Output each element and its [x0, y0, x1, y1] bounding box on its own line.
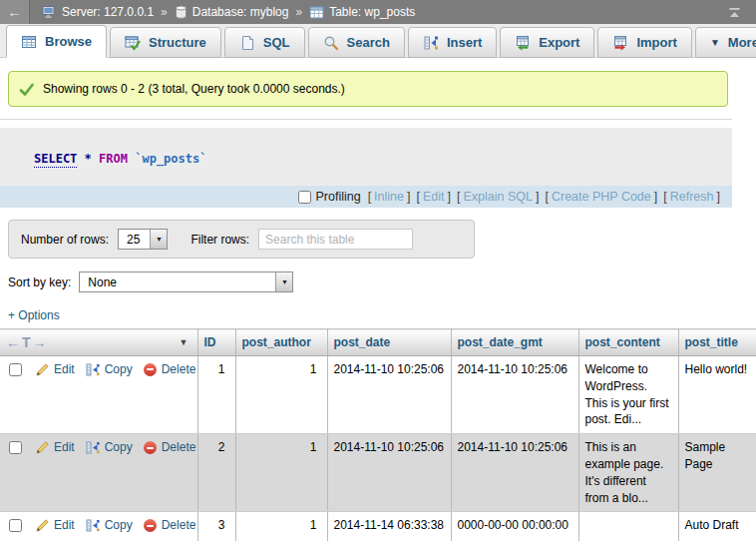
pencil-icon [36, 519, 49, 532]
column-header-post-title[interactable]: post_title [678, 329, 756, 356]
import-icon [612, 35, 628, 51]
breadcrumb-table-label: Table: wp_posts [329, 5, 415, 19]
collapse-panel-icon[interactable] [727, 5, 742, 20]
edit-link[interactable]: Edit [54, 361, 75, 378]
copy-link[interactable]: Copy [105, 361, 133, 378]
sql-icon [239, 35, 255, 51]
copy-link[interactable]: Copy [105, 517, 133, 534]
sort-label: Sort by key: [8, 275, 71, 289]
back-button[interactable]: ← [0, 0, 30, 24]
row-checkbox[interactable] [9, 363, 22, 376]
cell-post-date: 2014-11-14 06:33:38 [327, 512, 451, 541]
row-checkbox[interactable] [9, 441, 22, 454]
structure-icon [125, 35, 141, 51]
refresh-link[interactable]: Refresh [670, 190, 714, 204]
cell-post-author: 1 [235, 356, 327, 434]
server-icon [42, 5, 57, 19]
sort-descending-icon[interactable]: ▼ [180, 337, 189, 347]
inline-link[interactable]: Inline [374, 190, 404, 204]
breadcrumb-server[interactable]: Server: 127.0.0.1 [42, 5, 154, 19]
column-header-post-author[interactable]: post_author [235, 329, 327, 356]
cell-post-author: 1 [235, 512, 327, 541]
tab-insert[interactable]: Insert [408, 27, 497, 58]
copy-icon [86, 519, 100, 532]
breadcrumb-bar: ← Server: 127.0.0.1 » Database: myblog »… [0, 0, 756, 24]
sort-select-value: None [80, 272, 275, 291]
tab-browse[interactable]: Browse [6, 25, 107, 58]
back-arrow-icon: ← [8, 4, 22, 20]
copy-icon [86, 441, 100, 454]
table-row: Edit Copy Delete 3 1 2014-11-14 06:33:38… [0, 512, 756, 541]
cell-post-date: 2014-11-10 10:25:06 [327, 434, 451, 512]
breadcrumb: Server: 127.0.0.1 » Database: myblog » T… [42, 5, 727, 19]
sql-keyword-from: FROM [99, 152, 128, 166]
rows-select[interactable]: 25 ▼ [118, 229, 168, 250]
cell-post-content: This is an example page. It's different … [578, 434, 678, 512]
chevron-down-icon: ▼ [150, 230, 167, 249]
table-row: Edit Copy Delete 1 1 2014-11-10 10:25:06… [0, 356, 756, 434]
pencil-icon [36, 363, 49, 376]
tab-more[interactable]: ▼ More [695, 27, 756, 58]
edit-link[interactable]: Edit [54, 517, 75, 534]
bracket: [ [663, 190, 666, 204]
tab-label: SQL [263, 35, 290, 50]
export-icon [515, 35, 531, 51]
cell-post-date-gmt: 0000-00-00 00:00:00 [451, 512, 578, 541]
tab-label: Insert [447, 35, 482, 50]
rows-filter-bar: Number of rows: 25 ▼ Filter rows: [8, 220, 475, 259]
sql-table-name: `wp_posts` [135, 152, 206, 166]
tab-label: Browse [45, 34, 92, 49]
breadcrumb-database-label: Database: myblog [192, 5, 289, 19]
breadcrumb-table[interactable]: Table: wp_posts [309, 5, 415, 19]
sort-select[interactable]: None ▼ [79, 271, 293, 292]
delete-link[interactable]: Delete [162, 517, 196, 534]
edit-link[interactable]: Edit [54, 439, 75, 456]
column-header-post-date-gmt[interactable]: post_date_gmt [451, 329, 578, 356]
bracket: [ [368, 190, 371, 204]
create-php-code-link[interactable]: Create PHP Code [552, 190, 651, 204]
bracket: ] [407, 190, 410, 204]
sql-star: * [85, 152, 92, 166]
delete-link[interactable]: Delete [162, 361, 196, 378]
column-header-post-content[interactable]: post_content [578, 329, 678, 356]
chevron-down-icon: ▼ [275, 272, 292, 291]
row-checkbox[interactable] [9, 519, 22, 532]
filter-input[interactable] [258, 229, 413, 250]
column-header-post-date[interactable]: post_date [327, 329, 451, 356]
cell-post-date: 2014-11-10 10:25:06 [327, 356, 451, 434]
copy-link[interactable]: Copy [105, 439, 133, 456]
breadcrumb-database[interactable]: Database: myblog [175, 5, 289, 19]
tab-search[interactable]: Search [308, 27, 405, 58]
bracket: ] [717, 190, 720, 204]
cell-post-title: Sample Page [678, 434, 756, 512]
cell-post-title: Hello world! [678, 356, 756, 434]
column-header-id[interactable]: ID [197, 329, 235, 356]
cell-post-date-gmt: 2014-11-10 10:25:06 [451, 434, 578, 512]
tab-structure[interactable]: Structure [110, 27, 221, 58]
rows-select-value: 25 [119, 230, 150, 249]
options-toggle[interactable]: + Options [8, 308, 60, 322]
cell-post-content: Welcome to WordPress. This is your first… [578, 356, 678, 434]
bracket: ] [654, 190, 657, 204]
edit-query-link[interactable]: Edit [423, 190, 445, 204]
bracket: [ [457, 190, 460, 204]
delete-icon [144, 441, 157, 454]
query-links-bar: Profiling [ Inline ] [ Edit ] [ Explain … [0, 186, 732, 208]
tab-export[interactable]: Export [500, 27, 594, 58]
tab-label: Import [636, 35, 676, 50]
tab-label: Structure [149, 35, 206, 50]
tab-import[interactable]: Import [597, 27, 691, 58]
table-header-row: ←T→ ▼ ID post_author post_date post_date… [0, 329, 756, 356]
breadcrumb-server-label: Server: 127.0.0.1 [62, 5, 154, 19]
breadcrumb-separator: » [161, 5, 168, 19]
pencil-icon [36, 441, 49, 454]
tab-sql[interactable]: SQL [224, 27, 305, 58]
database-icon [175, 5, 188, 19]
explain-sql-link[interactable]: Explain SQL [463, 190, 532, 204]
profiling-checkbox[interactable] [298, 191, 311, 204]
column-header-actions: ←T→ ▼ [0, 329, 197, 356]
copy-icon [86, 363, 100, 376]
tab-label: Search [347, 35, 390, 50]
sql-keyword-select: SELECT [34, 152, 77, 168]
delete-link[interactable]: Delete [162, 439, 196, 456]
